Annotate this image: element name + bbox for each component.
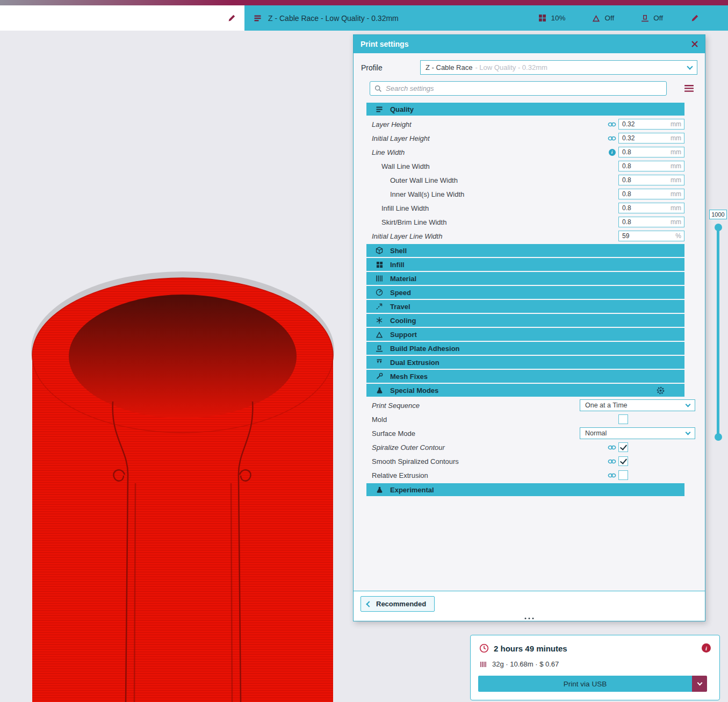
setting-value-field[interactable]: 0.8 mm <box>618 161 684 171</box>
print-setup-summary[interactable]: Z - Cable Race - Low Quality - 0.32mm 10… <box>244 5 728 31</box>
adhesion-icon <box>641 14 649 22</box>
setting-label: Print Sequence <box>366 402 420 410</box>
category-build-plate-adhesion[interactable]: Build Plate Adhesion <box>366 342 684 355</box>
setting-row: Mold <box>366 412 684 426</box>
setting-value-field[interactable]: 0.32 mm <box>618 119 684 130</box>
category-label: Special Modes <box>390 386 438 395</box>
setting-row: Line Width i 0.8 mm <box>366 145 684 159</box>
edit-printer-pencil-icon[interactable] <box>228 14 236 22</box>
setting-value-field[interactable]: 0.8 mm <box>618 189 684 199</box>
panel-resize-handle[interactable] <box>525 618 534 619</box>
info-icon[interactable]: i <box>606 149 618 156</box>
setting-value: 0.8 <box>622 204 631 212</box>
setting-unit: mm <box>671 134 681 142</box>
print-settings-panel: Print settings Profile Z - Cable Race - … <box>353 34 705 621</box>
close-icon[interactable] <box>691 41 698 47</box>
category-label: Support <box>390 331 417 339</box>
setting-value: 59 <box>622 232 629 240</box>
clock-icon <box>479 643 489 653</box>
setting-value-field[interactable]: 0.8 mm <box>618 175 684 185</box>
smooth-spiralized-checkbox[interactable] <box>618 456 628 466</box>
category-quality[interactable]: Quality <box>366 103 684 116</box>
category-cooling[interactable]: Cooling <box>366 314 684 327</box>
quality-rows: Layer Height 0.32 mm Initial Layer Heigh… <box>366 117 684 244</box>
speed-icon <box>375 289 384 296</box>
layer-slider-bottom-handle[interactable] <box>715 433 722 441</box>
category-dual-extrusion[interactable]: Dual Extrusion <box>366 356 684 369</box>
search-input[interactable] <box>386 84 662 92</box>
special-modes-rows: Print Sequence One at a Time Mold Surfac… <box>366 398 684 483</box>
special-modes-icon <box>375 387 384 394</box>
search-box[interactable] <box>370 81 667 96</box>
category-shell[interactable]: Shell <box>366 244 684 257</box>
settings-menu-icon[interactable] <box>684 85 694 92</box>
relative-extrusion-checkbox[interactable] <box>618 470 628 480</box>
setting-row: Initial Layer Line Width 59 % <box>366 229 684 243</box>
material-spool-icon <box>480 661 487 668</box>
setting-value-field[interactable]: 0.8 mm <box>618 147 684 157</box>
profile-row: Profile Z - Cable Race - Low Quality - 0… <box>361 60 697 75</box>
experimental-icon <box>375 486 384 493</box>
gear-icon[interactable] <box>656 386 665 395</box>
shell-icon <box>375 247 384 254</box>
mold-checkbox[interactable] <box>618 414 628 424</box>
recommended-button[interactable]: Recommended <box>361 596 435 612</box>
setting-row: Layer Height 0.32 mm <box>366 117 684 131</box>
category-label: Quality <box>390 105 414 113</box>
setting-label: Outer Wall Line Width <box>366 176 458 184</box>
setting-value-field[interactable]: 0.8 mm <box>618 203 684 213</box>
category-speed[interactable]: Speed <box>366 286 684 299</box>
category-infill[interactable]: Infill <box>366 258 684 271</box>
travel-icon <box>375 303 384 310</box>
category-support[interactable]: Support <box>366 328 684 341</box>
setting-label: Wall Line Width <box>366 162 430 170</box>
setting-label: Initial Layer Height <box>366 134 430 142</box>
setting-label: Relative Extrusion <box>366 471 428 479</box>
category-travel[interactable]: Travel <box>366 300 684 313</box>
cable-race-model <box>31 271 334 702</box>
print-button-group: Print via USB <box>478 676 707 692</box>
info-icon[interactable]: i <box>702 643 711 653</box>
category-special-modes[interactable]: Special Modes <box>366 384 684 397</box>
setting-row: Outer Wall Line Width 0.8 mm <box>366 173 684 187</box>
category-label: Build Plate Adhesion <box>390 345 460 353</box>
link-icon <box>606 135 618 141</box>
category-mesh-fixes[interactable]: Mesh Fixes <box>366 370 684 383</box>
setting-label: Infill Line Width <box>366 204 429 212</box>
setting-value-field[interactable]: 0.32 mm <box>618 133 684 144</box>
material-usage: 32g · 10.68m · $ 0.67 <box>492 660 559 668</box>
setting-value-field[interactable]: 0.8 mm <box>618 217 684 227</box>
toolbar-profile-summary: Z - Cable Race - Low Quality - 0.32mm <box>268 14 399 23</box>
chevron-down-icon <box>686 430 691 435</box>
panel-header: Print settings <box>354 35 705 53</box>
layer-slider-track[interactable] <box>717 227 719 437</box>
setting-row: Initial Layer Height 0.32 mm <box>366 131 684 145</box>
setting-value: 0.8 <box>622 148 631 156</box>
window-accent-strip <box>0 0 728 5</box>
profile-variant: - Low Quality - 0.32mm <box>475 63 547 71</box>
printer-selector-area[interactable] <box>0 5 244 31</box>
link-icon <box>606 472 618 478</box>
profile-dropdown[interactable]: Z - Cable Race - Low Quality - 0.32mm <box>420 60 697 75</box>
category-material[interactable]: Material <box>366 272 684 285</box>
chevron-left-icon <box>366 601 372 607</box>
layer-slider-top-handle[interactable] <box>715 224 722 231</box>
adhesion-icon <box>375 345 384 352</box>
setting-row: Inner Wall(s) Line Width 0.8 mm <box>366 187 684 201</box>
edit-setup-pencil-icon[interactable] <box>691 14 699 22</box>
setting-label: Skirt/Brim Line Width <box>366 218 446 226</box>
category-experimental[interactable]: Experimental <box>366 483 684 496</box>
recommended-label: Recommended <box>376 600 426 608</box>
cooling-icon <box>375 317 384 324</box>
model-viewport[interactable] <box>0 31 353 702</box>
print-via-usb-button[interactable]: Print via USB <box>478 676 692 692</box>
spiralize-checkbox[interactable] <box>618 442 628 452</box>
setting-value-field[interactable]: 59 % <box>618 231 684 241</box>
support-icon <box>375 331 384 338</box>
surface-mode-dropdown[interactable]: Normal <box>580 427 695 439</box>
setting-value: 0.8 <box>622 218 631 226</box>
infill-icon <box>538 14 546 22</box>
print-target-dropdown[interactable] <box>692 676 707 692</box>
setting-label: Mold <box>366 416 387 424</box>
print-sequence-dropdown[interactable]: One at a Time <box>580 399 695 411</box>
